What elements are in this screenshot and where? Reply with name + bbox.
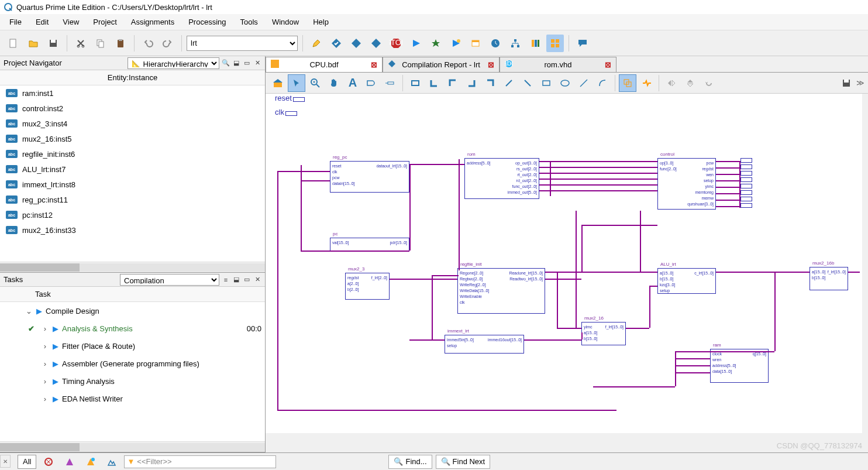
nav-item[interactable]: abcALU_lrt:inst7 xyxy=(0,162,265,177)
block-immext_lrt[interactable]: immext_lrtimmed5in[5..0]setopimmed16out[… xyxy=(445,335,524,354)
all-tab[interactable]: All xyxy=(18,455,36,469)
wire[interactable] xyxy=(576,211,577,328)
wire[interactable] xyxy=(640,272,657,273)
cut-button[interactable] xyxy=(72,35,89,52)
wire[interactable] xyxy=(409,339,445,341)
editor-tab[interactable]: Compilation Report - lrt⊠ xyxy=(383,57,500,72)
filter-input[interactable]: ▼ <<Filter>> xyxy=(124,455,276,468)
pan-tool[interactable] xyxy=(325,74,343,92)
wire[interactable] xyxy=(649,286,657,287)
tasks-tree[interactable]: ⌄▶Compile Design✔›▶Analysis & Synthesis0… xyxy=(0,302,265,441)
menu-view[interactable]: View xyxy=(56,15,86,29)
wire[interactable] xyxy=(539,173,657,174)
wire[interactable] xyxy=(626,328,649,329)
text-tool[interactable]: A xyxy=(344,74,361,92)
paste-button[interactable] xyxy=(112,35,129,52)
rect2-tool[interactable] xyxy=(538,74,555,92)
wire[interactable] xyxy=(716,187,739,188)
pin-tool[interactable] xyxy=(381,74,399,92)
layout-button[interactable] xyxy=(546,35,564,52)
wire[interactable] xyxy=(277,171,278,410)
menu-file[interactable]: File xyxy=(2,15,29,29)
output-pin[interactable] xyxy=(740,197,752,201)
pin-icon[interactable]: ⬓ xyxy=(232,276,240,284)
line-tool[interactable] xyxy=(575,74,593,92)
rotate-tool[interactable] xyxy=(700,74,718,92)
wire[interactable] xyxy=(432,275,433,339)
task-row[interactable]: ›▶Fitter (Place & Route) xyxy=(0,337,265,355)
menu-tools[interactable]: Tools xyxy=(233,15,265,29)
block-rom[interactable]: romaddress[5..0]op_out[3..0]rs_out[2..0]… xyxy=(464,158,539,199)
block-ram[interactable]: ramclockwrenaddress[5..0]data[15..0]q[15… xyxy=(710,349,769,383)
menu-help[interactable]: Help xyxy=(306,15,336,29)
wire[interactable] xyxy=(390,279,457,280)
diag1-tool[interactable] xyxy=(500,74,518,92)
wire[interactable] xyxy=(774,272,810,273)
output-pin[interactable] xyxy=(740,158,752,163)
home-icon[interactable] xyxy=(269,74,287,92)
more-icon[interactable]: ≫ xyxy=(856,78,864,87)
close-tab-icon[interactable]: ⊠ xyxy=(371,60,377,69)
wire[interactable] xyxy=(409,164,411,251)
nav-item[interactable]: abcmux2_16:inst33 xyxy=(0,222,265,238)
input-pin[interactable]: clk xyxy=(275,108,297,116)
flipv-tool[interactable] xyxy=(681,74,699,92)
error-filter-icon[interactable] xyxy=(40,453,57,471)
block-control[interactable]: controlop[3..0]func[2..0]pcwregdstwenset… xyxy=(657,158,716,210)
wire[interactable] xyxy=(539,184,657,186)
task-row[interactable]: ›▶Assembler (Generate programming files) xyxy=(0,355,265,372)
wire[interactable] xyxy=(716,200,739,201)
menu-project[interactable]: Project xyxy=(86,15,123,29)
new-file-button[interactable] xyxy=(5,35,22,52)
nav-item[interactable]: abcreg_pc:inst11 xyxy=(0,192,265,207)
warning-filter-icon[interactable] xyxy=(61,453,78,471)
open-file-button[interactable] xyxy=(25,35,42,52)
wire[interactable] xyxy=(649,286,650,328)
block-reg_pc[interactable]: reg_pcresetclkpcwdatain[15..0]dataout_lr… xyxy=(330,161,409,193)
wire[interactable] xyxy=(581,225,657,226)
wire[interactable] xyxy=(716,167,739,169)
ortho1-tool[interactable] xyxy=(425,74,443,92)
menu-processing[interactable]: Processing xyxy=(181,15,233,29)
output-pin[interactable] xyxy=(740,190,752,195)
wire[interactable] xyxy=(716,174,739,175)
schematic-canvas[interactable]: reset clk reg_pcresetclkpcwdatain[15..0]… xyxy=(266,94,868,452)
task-row[interactable]: ›▶Timing Analysis xyxy=(0,372,265,390)
list-icon[interactable]: ≡ xyxy=(222,276,230,284)
find-next-button[interactable]: 🔍Find Next xyxy=(436,455,491,469)
dock-icon[interactable]: ▭ xyxy=(243,59,251,67)
oval-tool[interactable] xyxy=(556,74,574,92)
wire[interactable] xyxy=(675,365,710,366)
books-button[interactable] xyxy=(526,35,544,52)
wire[interactable] xyxy=(459,159,460,270)
pin-icon[interactable]: ⬓ xyxy=(232,59,240,67)
info-filter-icon[interactable] xyxy=(103,453,120,471)
nav-item[interactable]: abcimmext_lrt:inst8 xyxy=(0,177,265,192)
wire[interactable] xyxy=(581,332,583,339)
wire[interactable] xyxy=(301,180,330,181)
task-row[interactable]: ›▶EDA Netlist Writer xyxy=(0,390,265,407)
block-regfile_init[interactable]: regfile_initRegone[2..0]Regtwo[2..0]Writ… xyxy=(457,268,545,314)
menu-window[interactable]: Window xyxy=(265,15,306,29)
rubber1-tool[interactable] xyxy=(619,74,636,92)
output-pin[interactable] xyxy=(740,184,752,188)
navigator-tree[interactable]: abcram:inst1abccontrol:inst2abcmux2_3:in… xyxy=(0,85,265,262)
wire[interactable] xyxy=(675,351,710,352)
wire[interactable] xyxy=(593,386,675,387)
edit-button[interactable] xyxy=(308,35,325,52)
wire[interactable] xyxy=(557,272,558,328)
wire[interactable] xyxy=(675,372,710,373)
clock-button[interactable] xyxy=(487,35,504,52)
block-mux2_3[interactable]: mux2_3regdsta[2..0]b[2..0]f_lrt[2..0] xyxy=(345,273,390,300)
output-pin[interactable] xyxy=(740,171,752,176)
wire[interactable] xyxy=(716,180,739,181)
wire[interactable] xyxy=(675,351,676,386)
compile-button[interactable] xyxy=(328,35,345,52)
diag2-tool[interactable] xyxy=(519,74,536,92)
pointer-tool[interactable] xyxy=(288,74,305,92)
wire[interactable] xyxy=(640,211,641,272)
zoom-tool[interactable] xyxy=(306,74,324,92)
synth-button[interactable] xyxy=(367,35,385,52)
star-button[interactable] xyxy=(427,35,445,52)
ortho2-tool[interactable] xyxy=(444,74,461,92)
